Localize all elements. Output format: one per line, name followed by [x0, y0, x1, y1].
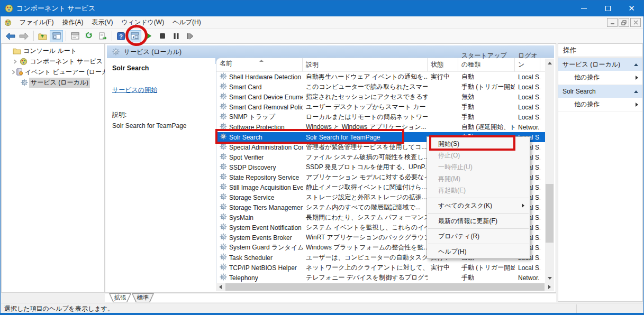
service-description-cell: 自動再生ハードウェア イベントの通知を... — [303, 72, 428, 81]
menu-item-0[interactable]: ファイル(F) — [15, 16, 58, 28]
column-header-label: 状態 — [431, 60, 443, 69]
service-row[interactable]: Smart Card Removal Policyユーザー デスクトップからスマ… — [216, 102, 545, 112]
context-menu-item-0[interactable]: 開始(S) — [427, 138, 530, 150]
expand-icon — [636, 103, 638, 107]
gear-icon — [220, 163, 227, 172]
menu-item-3[interactable]: ウィンドウ(W) — [117, 16, 168, 28]
service-name-cell: SNMP トラップ — [216, 113, 303, 122]
service-name: State Repository Service — [229, 174, 299, 181]
context-menu-item-label: 停止(O) — [438, 151, 524, 160]
vertical-scrollbar[interactable] — [545, 59, 554, 283]
menu-item-1[interactable]: 操作(A) — [58, 16, 87, 28]
service-name-cell: Still Image Acquisition Events — [216, 183, 303, 192]
actions-section-header-1[interactable]: Solr Search — [558, 85, 642, 98]
gear-icon — [220, 143, 227, 152]
service-name: Storage Tiers Management — [229, 204, 303, 211]
forward-icon[interactable] — [17, 30, 31, 42]
context-menu-item-12[interactable]: ヘルプ(H) — [427, 246, 530, 257]
service-row[interactable]: Telephonyテレフォニー デバイスを制御するプログラム...手動Netwo… — [216, 273, 545, 283]
service-name-cell: System Events Broker — [216, 233, 303, 242]
column-header-2[interactable]: 状態 — [428, 58, 458, 71]
service-startup-type-cell: 自動 — [458, 72, 515, 81]
close-button[interactable]: ✕ — [620, 1, 643, 16]
toolbar: ? — [1, 29, 643, 43]
context-menu-item-8[interactable]: 最新の情報に更新(F) — [427, 215, 530, 227]
services-pane-header-label: サービス (ローカル) — [124, 48, 182, 57]
context-menu-item-label: ヘルプ(H) — [438, 247, 524, 256]
column-header-1[interactable]: 説明 — [303, 58, 428, 71]
service-row[interactable]: Software ProtectionWindows と Windows アプリ… — [216, 122, 545, 132]
minimize-button[interactable] — [572, 1, 596, 16]
column-header-0[interactable]: 名前 — [216, 58, 303, 71]
tree-item-3[interactable]: サービス (ローカル) — [2, 77, 104, 88]
menu-bar: ファイル(F)操作(A)表示(V)ウィンドウ(W)ヘルプ(H) — [1, 16, 643, 29]
service-row[interactable]: TCP/IP NetBIOS Helperネットワーク上のクライアントに対して、… — [216, 263, 545, 273]
properties-icon[interactable] — [68, 30, 81, 42]
context-menu-item-10[interactable]: プロパティ(R) — [427, 230, 530, 242]
scroll-right-icon[interactable] — [545, 283, 554, 291]
service-name-cell: Smart Card Removal Policy — [216, 103, 303, 112]
back-icon[interactable] — [4, 30, 17, 42]
tree-item-0[interactable]: コンソール ルート — [2, 45, 104, 56]
mdi-close-button[interactable] — [630, 18, 641, 27]
stop-service-icon[interactable] — [156, 30, 169, 42]
view-tabstrip: 拡張 標準 — [105, 293, 556, 302]
service-name-cell: Storage Service — [216, 193, 303, 202]
selected-service-title: Solr Search — [112, 64, 215, 72]
service-startup-type-cell: 手動 — [458, 113, 515, 122]
menu-item-2[interactable]: 表示(V) — [87, 16, 117, 28]
tree-item-2[interactable]: !イベント ビューアー (ローカル) — [2, 67, 104, 77]
mdi-minimize-button[interactable] — [607, 18, 618, 27]
service-name: SysMain — [229, 214, 253, 221]
service-row[interactable]: Shell Hardware Detection自動再生ハードウェア イベントの… — [216, 72, 545, 82]
expander-icon[interactable] — [11, 70, 16, 75]
window-title: コンポーネント サービス — [16, 4, 572, 13]
actions-pane-title: 操作 — [558, 44, 642, 58]
status-bar: 選択した項目のヘルプを表示します。 — [1, 303, 643, 314]
actions-item-more-actions[interactable]: 他の操作 — [558, 98, 642, 112]
service-description-cell: SSDP 発見プロトコルを使用する、UPnP... — [303, 163, 428, 172]
collapse-icon — [634, 63, 638, 66]
expander-icon[interactable] — [11, 59, 19, 64]
tree-item-label: サービス (ローカル) — [29, 78, 90, 88]
pause-service-icon[interactable] — [169, 30, 183, 42]
help-icon[interactable]: ? — [114, 30, 128, 42]
start-service-icon[interactable] — [142, 30, 155, 42]
restart-service-icon[interactable] — [183, 30, 196, 42]
show-window-icon[interactable] — [128, 30, 141, 42]
horizontal-scrollbar-thumb[interactable] — [225, 283, 545, 291]
show-console-tree-icon[interactable] — [50, 30, 63, 42]
title-bar: コンポーネント サービス ✕ — [1, 1, 643, 16]
service-name-cell: Software Protection — [216, 123, 303, 132]
horizontal-scrollbar[interactable] — [216, 283, 554, 291]
service-row[interactable]: Smart Card Device Enumera...指定されたセッションにア… — [216, 92, 545, 102]
mdi-restore-button[interactable] — [619, 18, 629, 27]
column-header-4[interactable]: ログオン — [515, 58, 540, 71]
service-name-cell: Telephony — [216, 273, 303, 282]
refresh-icon[interactable] — [82, 30, 95, 42]
scroll-left-icon[interactable] — [216, 283, 225, 291]
tab-standard[interactable]: 標準 — [132, 293, 154, 302]
service-description-cell: Solr Search for TeamPage — [303, 134, 428, 141]
tree-item-1[interactable]: コンポーネント サービス — [2, 56, 104, 67]
start-service-link[interactable]: サービスの開始 — [112, 86, 157, 95]
service-row[interactable]: Smart Cardこのコンピューターで読み取られたスマート ...手動 (トリ… — [216, 82, 545, 92]
scroll-down-icon[interactable] — [545, 274, 554, 283]
service-row[interactable]: SNMP トラップローカルまたはリモートの簡易ネットワーク...手動Local … — [216, 112, 545, 122]
menu-item-4[interactable]: ヘルプ(H) — [168, 16, 205, 28]
vertical-scrollbar-thumb[interactable] — [546, 184, 554, 242]
service-status-cell: 実行中 — [428, 263, 458, 272]
service-description-cell: ストレージ設定と外部ストレージの拡張... — [303, 193, 428, 202]
actions-section-header-0[interactable]: サービス (ローカル) — [558, 58, 642, 71]
up-one-level-icon[interactable] — [36, 30, 49, 42]
context-menu-item-6[interactable]: すべてのタスク(K) — [427, 200, 530, 211]
column-header-3[interactable]: スタートアップの種類 — [458, 58, 515, 71]
maximize-button[interactable] — [596, 1, 620, 16]
tab-extended[interactable]: 拡張 — [109, 293, 131, 302]
service-startup-type-cell: 手動 — [458, 273, 515, 282]
scroll-up-icon[interactable] — [545, 59, 554, 68]
export-list-icon[interactable] — [96, 30, 109, 42]
gear-icon — [220, 183, 227, 192]
gear-icon — [220, 243, 227, 252]
actions-item-more-actions[interactable]: 他の操作 — [558, 71, 642, 85]
